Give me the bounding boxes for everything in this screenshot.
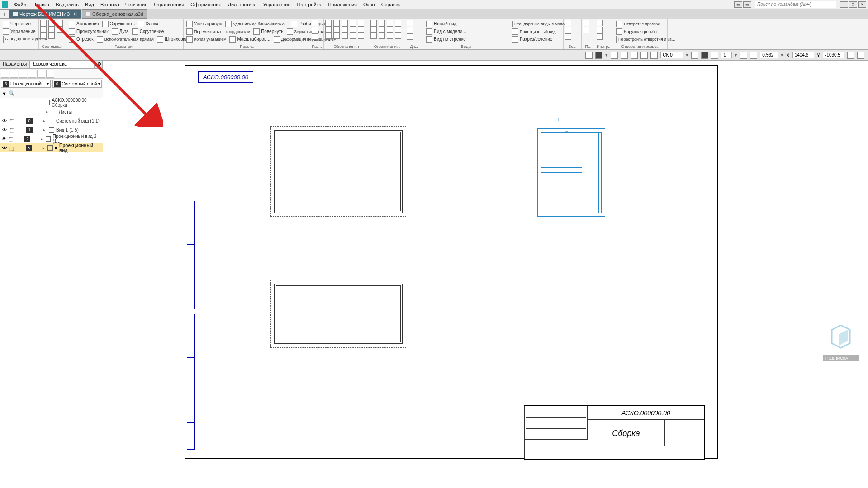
con1-icon[interactable]	[370, 20, 377, 26]
lp-btn-5[interactable]	[37, 70, 45, 78]
ann6-icon[interactable]	[325, 26, 332, 33]
diag3-icon[interactable]	[407, 33, 413, 40]
open-icon[interactable]	[48, 20, 55, 26]
diag2-icon[interactable]	[407, 27, 413, 33]
menu-format[interactable]: Оформление	[187, 1, 224, 8]
expand-icon[interactable]: ▸	[43, 119, 49, 123]
copy-by-point-button[interactable]: Копия указанием	[185, 35, 228, 43]
ann10-icon[interactable]	[358, 26, 364, 33]
close-button[interactable]: ✕	[858, 1, 866, 8]
grid-icon[interactable]	[640, 52, 648, 59]
tool-icon[interactable]	[585, 52, 593, 59]
ortho-icon[interactable]	[691, 52, 698, 59]
con8-icon[interactable]	[395, 26, 401, 33]
dropdown-icon[interactable]: ▾	[605, 52, 608, 58]
visibility-icon[interactable]: 👁	[1, 137, 8, 142]
segment-button[interactable]: Отрезок	[67, 35, 95, 43]
maximize-button[interactable]: □	[849, 1, 857, 8]
arrow-view-button[interactable]: Вид по стрелке	[425, 35, 508, 43]
new-tab-button[interactable]: +	[0, 9, 9, 19]
layer-select[interactable]: 0 Системный слой ▾	[52, 80, 102, 88]
lp-btn-4[interactable]	[28, 70, 36, 78]
text-icon[interactable]	[342, 33, 348, 39]
tool2-icon[interactable]	[611, 52, 618, 59]
zoom-in-icon[interactable]	[740, 52, 747, 59]
ann11-icon[interactable]	[325, 33, 332, 39]
tab-close-icon[interactable]: ✕	[73, 11, 77, 17]
tool6-icon[interactable]	[711, 52, 718, 59]
menu-help[interactable]: Справка	[378, 1, 404, 8]
command-search[interactable]	[755, 1, 836, 8]
extend-button[interactable]: Удлинить до ближайшего о...	[224, 20, 289, 28]
tool5-icon[interactable]	[701, 52, 708, 59]
move-button[interactable]: Переместить по координатам	[185, 28, 251, 35]
scale-field[interactable]: 1	[721, 52, 732, 58]
chamfer-button[interactable]: Фаска	[137, 20, 160, 28]
ext-thread-button[interactable]: Наружная резьба	[615, 28, 666, 35]
menu-view[interactable]: Вид	[82, 1, 97, 8]
expand-icon[interactable]: ▸	[41, 137, 46, 141]
trim-button[interactable]: Усечь кривую	[185, 20, 223, 28]
menu-diagnostics[interactable]: Диагностика	[225, 1, 260, 8]
lp-btn-6[interactable]	[46, 70, 54, 78]
simple-hole-button[interactable]: Отверстие простое	[615, 20, 666, 28]
p1-icon[interactable]	[583, 20, 589, 26]
expand-icon[interactable]: ▸	[43, 146, 48, 150]
con4-icon[interactable]	[395, 20, 401, 26]
ann12-icon[interactable]	[333, 33, 340, 39]
t3-icon[interactable]	[597, 33, 603, 40]
rebuild-holes-button[interactable]: Перестроить отверстия и из...	[615, 35, 666, 43]
copy-icon[interactable]	[40, 33, 47, 39]
drawing-canvas[interactable]: АСКО.000000.00 ↑ →	[103, 61, 868, 488]
paste-icon[interactable]	[48, 33, 55, 39]
ann2-icon[interactable]	[333, 20, 340, 26]
lock-icon[interactable]: ⬚	[8, 146, 15, 151]
table-icon[interactable]	[350, 33, 356, 39]
ann3-icon[interactable]	[342, 20, 348, 26]
panel-btn-2[interactable]: ▭	[743, 1, 751, 8]
con10-icon[interactable]	[379, 33, 385, 39]
con3-icon[interactable]	[387, 20, 393, 26]
ribbon-drafting[interactable]: Черчение	[1, 20, 37, 28]
lock-icon[interactable]: ⬚	[8, 128, 15, 133]
projection-view-3[interactable]	[537, 128, 605, 217]
tab-drawing[interactable]: Чертеж БЕЗ ИМЕНИ3 ✕	[9, 9, 81, 19]
tool3-icon[interactable]	[621, 52, 628, 59]
menu-drawing[interactable]: Черчение	[122, 1, 151, 8]
tool8-icon[interactable]	[857, 52, 864, 59]
dim-icon[interactable]	[312, 20, 318, 26]
lp-btn-2[interactable]	[10, 70, 18, 78]
diag1-icon[interactable]	[407, 20, 413, 26]
ann1-icon[interactable]	[325, 20, 332, 26]
undo-icon[interactable]	[48, 26, 55, 33]
rect-button[interactable]: Прямоугольник	[67, 28, 110, 35]
con7-icon[interactable]	[387, 26, 393, 33]
dropdown-icon[interactable]: ▾	[735, 52, 737, 58]
zoom-out-icon[interactable]	[750, 52, 757, 59]
tree-view1[interactable]: 👁 ⬚ 1 ▸ Вид 1 (1:5)	[0, 125, 103, 134]
minimize-button[interactable]: —	[840, 1, 848, 8]
menu-select[interactable]: Выделить	[52, 1, 82, 8]
menu-window[interactable]: Окно	[360, 1, 378, 8]
tree-sheets[interactable]: ▸ Листы	[0, 107, 103, 116]
ribbon-manage[interactable]: Управление	[1, 28, 37, 35]
ins2-icon[interactable]	[565, 27, 571, 33]
lp-btn-1[interactable]	[1, 70, 9, 78]
lock-icon[interactable]: ⬚	[8, 118, 15, 123]
expand-icon[interactable]: ▸	[43, 128, 49, 132]
tree-root[interactable]: АСКО.000000.00 Сборка	[0, 98, 103, 107]
con2-icon[interactable]	[379, 20, 385, 26]
lock-icon[interactable]: ⬚	[8, 137, 14, 142]
search-icon[interactable]: 🔍	[9, 90, 15, 96]
ribbon-std-parts[interactable]: Стандартные изделия	[1, 35, 37, 43]
tool4-icon[interactable]	[631, 52, 638, 59]
menu-manage[interactable]: Управление	[260, 1, 294, 8]
snap-icon[interactable]	[650, 52, 658, 59]
pencil-icon[interactable]	[595, 52, 602, 59]
print-icon[interactable]	[40, 26, 47, 33]
panel-btn-1[interactable]: ▭	[734, 1, 742, 8]
con12-icon[interactable]	[395, 33, 401, 39]
proj-view-button[interactable]: Проекционный вид	[511, 28, 562, 35]
expand-icon[interactable]: ▸	[46, 110, 52, 114]
con6-icon[interactable]	[379, 26, 385, 33]
